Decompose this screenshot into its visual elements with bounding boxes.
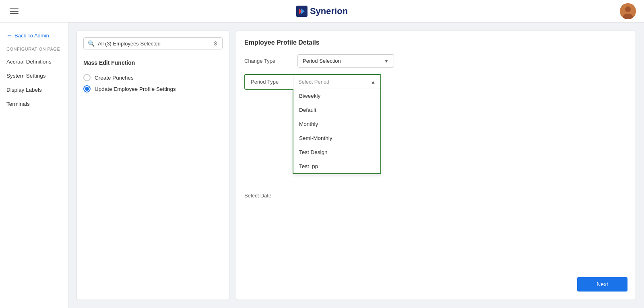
sidebar: ← Back To Admin CONFIGURATION PAGE Accru… (0, 23, 68, 308)
logo: Synerion (296, 6, 348, 17)
topnav: Synerion (0, 0, 644, 23)
select-date-label: Select Date (244, 193, 293, 199)
next-button-wrapper: Next (577, 277, 627, 292)
change-type-value: Period Selection (303, 58, 341, 64)
radio-circle-create (83, 74, 91, 81)
back-arrow-icon: ← (6, 32, 12, 39)
change-type-control: Period Selection ▼ (297, 54, 394, 68)
left-panel: 🔍 ⚙ Mass Edit Function Create Punches Up… (76, 31, 229, 300)
dropdown-item-default[interactable]: Default (293, 103, 380, 117)
search-icon: 🔍 (88, 40, 95, 47)
employee-search-bar[interactable]: 🔍 ⚙ (83, 37, 223, 49)
chevron-down-icon: ▼ (384, 58, 389, 64)
period-type-control: Select Period ▲ Biweekly Default Monthly… (293, 75, 380, 89)
radio-circle-update (83, 85, 91, 92)
back-link-label: Back To Admin (14, 33, 49, 39)
right-panel: Employee Profile Details Change Type Per… (236, 31, 636, 300)
sidebar-item-terminals[interactable]: Terminals (0, 97, 68, 111)
period-dropdown-list: Biweekly Default Monthly Semi-Monthly Te… (293, 89, 381, 174)
radio-update-label: Update Employee Profile Settings (95, 86, 176, 92)
radio-create-punches[interactable]: Create Punches (83, 74, 223, 81)
svg-point-4 (625, 6, 631, 12)
user-avatar[interactable] (620, 3, 636, 19)
dropdown-item-monthly[interactable]: Monthly (293, 117, 380, 131)
back-to-admin-link[interactable]: ← Back To Admin (0, 29, 68, 42)
filter-icon[interactable]: ⚙ (213, 40, 218, 47)
period-type-label: Period Type (245, 75, 293, 89)
employee-search-input[interactable] (98, 41, 210, 47)
avatar-image (620, 3, 636, 19)
chevron-up-icon: ▲ (371, 79, 376, 85)
radio-create-label: Create Punches (95, 75, 134, 81)
dropdown-item-test-pp[interactable]: Test_pp (293, 159, 380, 173)
config-section-label: CONFIGURATION PAGE (0, 45, 68, 55)
change-type-label: Change Type (244, 58, 293, 64)
change-type-select[interactable]: Period Selection ▼ (297, 54, 394, 68)
dropdown-item-biweekly[interactable]: Biweekly (293, 89, 380, 103)
logo-icon (296, 6, 308, 17)
radio-update-profile[interactable]: Update Employee Profile Settings (83, 85, 223, 92)
period-type-section: Period Type Select Period ▲ Biweekly Def… (244, 74, 381, 90)
select-date-row: Select Date (244, 193, 627, 199)
change-type-row: Change Type Period Selection ▼ (244, 54, 627, 68)
main-layout: ← Back To Admin CONFIGURATION PAGE Accru… (0, 23, 644, 308)
content-area: 🔍 ⚙ Mass Edit Function Create Punches Up… (68, 23, 644, 308)
sidebar-item-display[interactable]: Display Labels (0, 83, 68, 97)
hamburger-button[interactable] (8, 7, 20, 16)
period-select-trigger[interactable]: Select Period ▲ (293, 75, 380, 89)
sidebar-item-accrual[interactable]: Accrual Definitions (0, 55, 68, 69)
next-button[interactable]: Next (577, 277, 627, 292)
period-placeholder: Select Period (298, 79, 329, 85)
dropdown-item-test-design[interactable]: Test Design (293, 145, 380, 159)
sidebar-item-system[interactable]: System Settings (0, 69, 68, 83)
logo-text: Synerion (310, 6, 348, 16)
mass-edit-title: Mass Edit Function (83, 56, 223, 68)
panel-title: Employee Profile Details (244, 39, 627, 46)
mass-edit-options: Create Punches Update Employee Profile S… (83, 72, 223, 94)
dropdown-item-semi-monthly[interactable]: Semi-Monthly (293, 131, 380, 145)
